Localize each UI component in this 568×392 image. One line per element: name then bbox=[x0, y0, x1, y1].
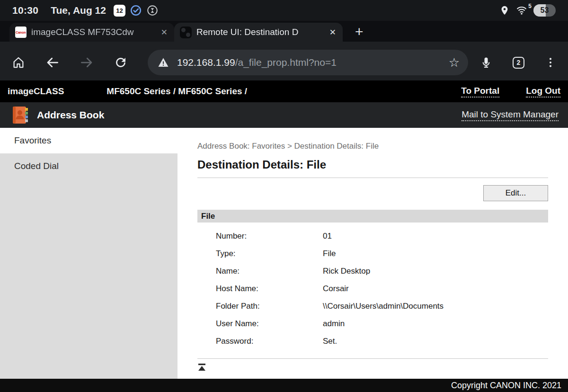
brand-name: imageCLASS bbox=[8, 86, 64, 97]
tasks-check-notification-icon bbox=[130, 4, 142, 17]
page-app-title: Address Book bbox=[37, 109, 104, 121]
copyright-text: Copyright CANON INC. 2021 bbox=[451, 381, 561, 391]
field-value: Rick Desktop bbox=[323, 267, 548, 276]
browser-tab-strip: Canon imageCLASS MF753Cdw ✕ Remote UI: D… bbox=[0, 21, 568, 42]
field-value: Set. bbox=[323, 337, 548, 346]
field-label: Host Name: bbox=[216, 284, 323, 294]
field-row-user-name: User Name: admin bbox=[197, 315, 548, 332]
tab-switcher-button[interactable]: 2 bbox=[513, 57, 524, 69]
tab-title: Remote UI: Destination D bbox=[196, 27, 326, 37]
field-label: User Name: bbox=[216, 319, 323, 329]
field-value: \\Corsair\Users\admin\Documents bbox=[323, 302, 548, 311]
field-label: Number: bbox=[216, 232, 323, 241]
url-bar[interactable]: 192.168.1.99/a_file_prop.html?no=1 ☆ bbox=[148, 50, 468, 75]
notification-icons: 12 bbox=[114, 4, 159, 17]
page-title: Destination Details: File bbox=[197, 158, 548, 171]
url-path: /a_file_prop.html?no=1 bbox=[235, 57, 337, 68]
sidebar-item-coded-dial[interactable]: Coded Dial bbox=[0, 153, 178, 179]
browser-toolbar: 192.168.1.99/a_file_prop.html?no=1 ☆ 2 bbox=[0, 42, 568, 80]
tab-title: imageCLASS MF753Cdw bbox=[31, 27, 157, 37]
sidebar-item-favorites[interactable]: Favorites bbox=[0, 128, 178, 153]
file-details-list: Number: 01 Type: File Name: Rick Desktop… bbox=[197, 227, 548, 350]
device-model: MF650C Series / MF650C Series / bbox=[106, 86, 247, 97]
sidebar: Favorites Coded Dial bbox=[0, 128, 178, 379]
tab-close-icon[interactable]: ✕ bbox=[328, 27, 337, 37]
wifi-generation-label: 5 bbox=[528, 3, 532, 9]
location-pin-icon bbox=[499, 5, 510, 16]
site-header: imageCLASS MF650C Series / MF650C Series… bbox=[0, 80, 568, 102]
home-icon[interactable] bbox=[11, 55, 26, 70]
calendar-notification-icon: 12 bbox=[114, 5, 125, 17]
clock: 10:30 bbox=[12, 5, 38, 16]
new-tab-button[interactable]: + bbox=[355, 25, 364, 39]
field-label: Password: bbox=[216, 337, 323, 346]
battery-percent: 53 bbox=[533, 4, 556, 17]
url-text[interactable]: 192.168.1.99/a_file_prop.html?no=1 bbox=[177, 57, 449, 68]
wifi-icon: 5 bbox=[515, 5, 528, 16]
field-label: Type: bbox=[216, 249, 323, 258]
content-area: Favorites Coded Dial Address Book: Favor… bbox=[0, 128, 568, 379]
field-row-name: Name: Rick Desktop bbox=[197, 262, 548, 280]
menu-kebab-icon[interactable] bbox=[544, 56, 557, 69]
field-label: Name: bbox=[216, 267, 323, 276]
field-value: File bbox=[323, 249, 548, 258]
mail-to-system-manager-link[interactable]: Mail to System Manager bbox=[462, 109, 559, 121]
screen: 10:30 Tue, Aug 12 12 5 53 bbox=[0, 0, 568, 392]
field-value: Corsair bbox=[323, 284, 548, 294]
log-out-link[interactable]: Log Out bbox=[526, 86, 560, 98]
tab-remote-ui[interactable]: Remote UI: Destination D ✕ bbox=[174, 23, 343, 42]
back-icon[interactable] bbox=[45, 55, 60, 70]
reload-icon[interactable] bbox=[114, 55, 128, 70]
field-value: admin bbox=[323, 319, 548, 329]
security-warning-icon[interactable] bbox=[157, 57, 169, 68]
field-row-host-name: Host Name: Corsair bbox=[197, 280, 548, 297]
field-row-password: Password: Set. bbox=[197, 332, 548, 350]
main-panel: Address Book: Favorites > Destination De… bbox=[178, 128, 568, 379]
scroll-to-top-icon[interactable] bbox=[197, 363, 207, 372]
tab-close-icon[interactable]: ✕ bbox=[160, 27, 169, 37]
field-value: 01 bbox=[323, 232, 548, 241]
voice-search-mic-icon[interactable] bbox=[479, 56, 493, 69]
bottom-divider bbox=[197, 358, 548, 359]
edit-button[interactable]: Edit... bbox=[483, 185, 548, 201]
canon-favicon: Canon bbox=[15, 27, 27, 38]
date: Tue, Aug 12 bbox=[51, 5, 106, 16]
forward-icon[interactable] bbox=[80, 55, 94, 70]
field-row-type: Type: File bbox=[197, 245, 548, 262]
address-book-icon bbox=[11, 106, 29, 125]
to-portal-link[interactable]: To Portal bbox=[461, 86, 499, 98]
bookmark-star-icon[interactable]: ☆ bbox=[449, 55, 460, 70]
remote-ui-favicon bbox=[180, 27, 192, 38]
title-divider bbox=[197, 178, 548, 178]
breadcrumb: Address Book: Favorites > Destination De… bbox=[197, 142, 548, 151]
field-label: Folder Path: bbox=[216, 302, 323, 311]
file-section-header: File bbox=[197, 210, 548, 223]
field-row-folder-path: Folder Path: \\Corsair\Users\admin\Docum… bbox=[197, 297, 548, 315]
app-bar: Address Book Mail to System Manager bbox=[0, 102, 568, 128]
wellbeing-hourglass-notification-icon bbox=[146, 4, 159, 17]
field-row-number: Number: 01 bbox=[197, 227, 548, 245]
toolbar-right-icons: 2 bbox=[479, 56, 557, 69]
battery-indicator: 53 bbox=[533, 4, 556, 17]
tab-imageclass[interactable]: Canon imageCLASS MF753Cdw ✕ bbox=[9, 23, 174, 42]
url-host: 192.168.1.99 bbox=[177, 57, 235, 68]
footer: Copyright CANON INC. 2021 bbox=[0, 379, 568, 392]
status-bar: 10:30 Tue, Aug 12 12 5 53 bbox=[0, 0, 568, 21]
system-status-icons: 5 53 bbox=[499, 4, 556, 17]
